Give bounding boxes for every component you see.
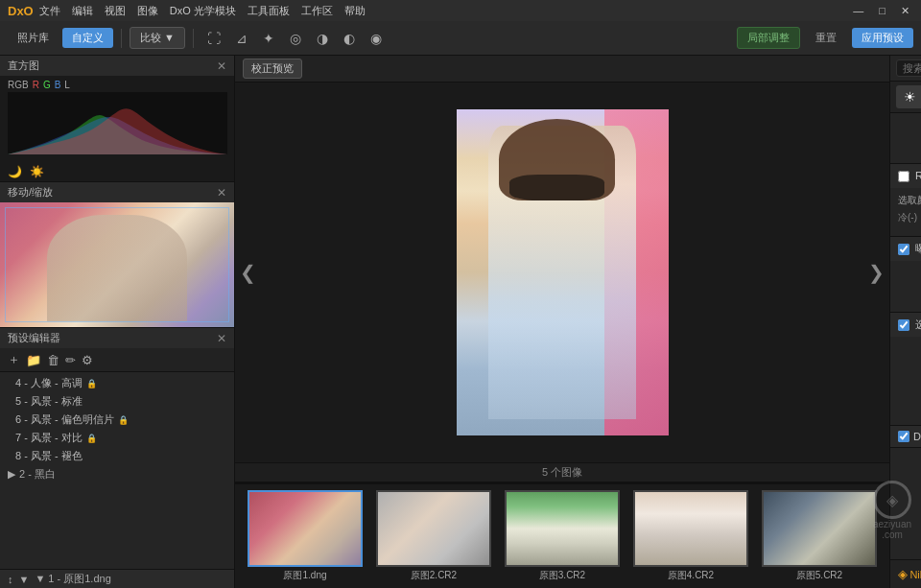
tab-light[interactable]: ☀ [896, 85, 921, 108]
rgb-wb-title: RGB 白平衡 [915, 169, 921, 183]
exposure-header[interactable]: 曝光补偿 ☆ ? [890, 237, 921, 261]
preset-6-lock-icon: 🔒 [118, 415, 129, 425]
menu-file[interactable]: 文件 [39, 4, 60, 18]
shadows-row: 阴影 0 [898, 381, 921, 394]
exposure-title: 曝光补偿 [915, 242, 921, 256]
apply-preset-button[interactable]: 应用预设 [852, 28, 913, 48]
crop-icon[interactable]: ⛶ [201, 28, 226, 49]
film-thumb-2[interactable] [376, 490, 491, 567]
center-area: 校正预览 ❮ ❯ [235, 56, 889, 588]
next-image-button[interactable]: ❯ [868, 261, 885, 284]
exposure-value-row: 曝光 0.00 [898, 287, 921, 300]
film-item-1[interactable]: 原图1.dng [243, 490, 367, 582]
local-adjust-button[interactable]: 局部调整 [737, 27, 800, 49]
prev-image-button[interactable]: ❮ [240, 261, 256, 284]
search-input[interactable] [896, 59, 921, 77]
preset-group-bw-arrow: ▶ [8, 468, 15, 481]
pick-color-label: 选取颜色 [898, 194, 921, 207]
filter-icon[interactable]: ▼ [19, 574, 30, 585]
film-thumb-5[interactable] [762, 490, 877, 567]
menu-edit[interactable]: 编辑 [72, 4, 93, 18]
preset-edit-icon[interactable]: ✏ [65, 353, 76, 367]
preset-item-5[interactable]: 5 - 风景 - 标准 [0, 392, 234, 411]
menu-workspace[interactable]: 工作区 [301, 4, 333, 18]
sort-icon[interactable]: ↕ [8, 574, 13, 585]
rgb-wb-header[interactable]: RGB 白平衡 ☆ ? [890, 164, 921, 188]
color-temp-row: 色温 5400 [898, 119, 921, 132]
dxo-logo: DxO [8, 4, 34, 18]
menu-image[interactable]: 图像 [137, 4, 158, 18]
film-item-2[interactable]: 原图2.CR2 [371, 490, 496, 582]
eye-icon[interactable]: ◉ [365, 28, 388, 49]
preset-item-8[interactable]: 8 - 风景 - 褪色 [0, 447, 234, 465]
film-item-3[interactable]: 原图3.CR2 [500, 490, 625, 582]
mask-icon[interactable]: ◐ [338, 28, 361, 49]
film-thumb-3[interactable] [505, 490, 620, 567]
preset-folder-icon[interactable]: 📁 [26, 353, 41, 367]
histogram-section: 直方图 ✕ RGB R G B L [0, 56, 234, 182]
selective-tone-header[interactable]: 选择性色调 ☆ ? [890, 313, 921, 337]
highlights-row: 高光 0 [898, 342, 921, 356]
film-label-5: 原图5.CR2 [796, 569, 842, 582]
folder-path: ▼ 1 - 原图1.dng [35, 572, 110, 586]
smart-lighting-checkbox[interactable] [898, 431, 909, 442]
white-balance-section: 色温 5400 色调 -26 [890, 113, 921, 164]
zoom-preview[interactable] [0, 202, 234, 327]
preset-item-7[interactable]: 7 - 风景 - 对比 🔒 [0, 429, 234, 447]
minimize-button[interactable]: — [849, 5, 867, 17]
reset-button[interactable]: 重置 [808, 28, 844, 48]
zoom-close-icon[interactable]: ✕ [217, 186, 226, 200]
preset-item-6[interactable]: 6 - 风景 - 偏色明信片 🔒 [0, 411, 234, 429]
moon-icon: 🌙 [8, 165, 22, 178]
straighten-icon[interactable]: ⊿ [230, 28, 253, 49]
redeye-icon[interactable]: ◎ [284, 28, 307, 49]
customize-button[interactable]: 自定义 [62, 28, 113, 48]
library-button[interactable]: 照片库 [8, 28, 59, 48]
close-button[interactable]: ✕ [897, 5, 913, 17]
rgb-wb-checkbox[interactable] [898, 171, 909, 182]
selective-tone-checkbox[interactable] [898, 319, 909, 331]
exposure-checkbox[interactable] [898, 244, 909, 255]
tint-label: 色调 [898, 138, 921, 152]
shadows-label: 阴影 [898, 381, 921, 394]
histogram-area: RGB R G B L [0, 76, 234, 162]
toolbar-right: 局部调整 重置 应用预设 [737, 27, 913, 49]
cool-label: 冷(-) [898, 211, 921, 224]
menu-help[interactable]: 帮助 [344, 4, 366, 18]
clone-icon[interactable]: ✦ [257, 28, 280, 49]
hist-g-label: G [43, 80, 51, 90]
exposure-section: 曝光补偿 ☆ ? 校正 手动 ▼ 曝光 [890, 237, 921, 313]
maximize-button[interactable]: □ [875, 5, 889, 17]
menu-dxo-optics[interactable]: DxO 光学模块 [170, 4, 236, 18]
right-panel: ☆ ⊛ ☀ 🎨 ◎ □ ⊕ fx 色温 [889, 56, 921, 588]
white-balance-body: 色温 5400 色调 -26 [890, 113, 921, 163]
sun-icon: ☀️ [30, 165, 44, 178]
film-label-1: 原图1.dng [283, 569, 326, 582]
adj-panels: 色温 5400 色调 -26 [890, 113, 921, 559]
compare-button[interactable]: 比较 ▼ [130, 27, 185, 49]
preset-group-bw[interactable]: ▶ 2 - 黑白 [0, 465, 234, 483]
nik-logo-icon: ◈ [898, 567, 908, 581]
film-item-5[interactable]: 原图5.CR2 [757, 490, 882, 582]
selective-tone-title: 选择性色调 [915, 318, 921, 332]
preset-item-4[interactable]: 4 - 人像 - 高调 🔒 [0, 374, 234, 392]
zoom-section: 移动/缩放 ✕ [0, 182, 234, 328]
preset-close-icon[interactable]: ✕ [217, 332, 226, 345]
film-thumb-1[interactable] [248, 490, 363, 567]
nik-collection-bar: ◈ Nik Collection 💾 导出到磁盘 ▼ [890, 559, 921, 588]
lens-icon[interactable]: ◑ [311, 28, 334, 49]
preset-group-people: 4 - 人像 - 高调 🔒 5 - 风景 - 标准 6 - 风景 - 偏色明信片… [0, 374, 234, 465]
histogram-svg [8, 92, 227, 154]
preset-settings-icon[interactable]: ⚙ [82, 353, 93, 367]
film-item-4[interactable]: 原图4.CR2 [628, 490, 753, 582]
correction-preview-button[interactable]: 校正预览 [243, 59, 302, 79]
nik-collection-label: Nik Collection [909, 569, 921, 580]
menu-view[interactable]: 视图 [105, 4, 126, 18]
preset-delete-icon[interactable]: 🗑 [47, 353, 59, 367]
histogram-close-icon[interactable]: ✕ [217, 59, 226, 73]
preset-add-icon[interactable]: ＋ [8, 351, 20, 368]
left-panel: 直方图 ✕ RGB R G B L [0, 56, 235, 588]
menu-tools[interactable]: 工具面板 [248, 4, 290, 18]
hist-r-label: R [33, 80, 39, 90]
film-thumb-4[interactable] [633, 490, 748, 567]
